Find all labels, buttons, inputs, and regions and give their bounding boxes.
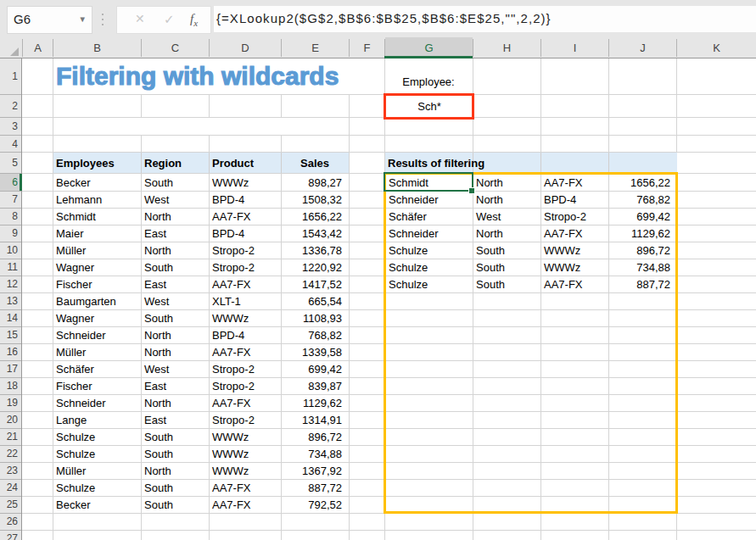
cell-B16[interactable]: Müller [56, 343, 137, 360]
name-box-dropdown-icon[interactable]: ▼ [79, 7, 87, 31]
cell-D9[interactable]: BPD-4 [212, 225, 277, 242]
results-table-header[interactable]: Results of filtering [388, 153, 484, 173]
cell-C25[interactable]: South [144, 496, 205, 513]
cell-D22[interactable]: WWWz [212, 445, 277, 462]
row-header-18[interactable]: 18 [0, 377, 18, 394]
row-header-9[interactable]: 9 [0, 225, 18, 242]
row-header-3[interactable]: 3 [0, 118, 18, 135]
cell-E17[interactable]: 699,42 [281, 360, 342, 377]
insert-function-icon[interactable]: fx [190, 7, 198, 36]
formula-input[interactable]: {=XLookup2($G$2,$B$6:$B$25,$B$6:$E$25,""… [214, 6, 756, 32]
cell-C10[interactable]: North [144, 242, 205, 259]
row-header-19[interactable]: 19 [0, 394, 18, 411]
fill-handle[interactable] [469, 188, 474, 193]
cell-D19[interactable]: AA7-FX [212, 394, 277, 411]
cell-E21[interactable]: 896,72 [281, 428, 342, 445]
cell-E25[interactable]: 792,52 [281, 496, 342, 513]
cell-C20[interactable]: East [144, 411, 205, 428]
sheet-title[interactable]: Filtering with wildcards [56, 58, 339, 94]
row-header-23[interactable]: 23 [0, 462, 18, 479]
row-header-12[interactable]: 12 [0, 276, 18, 292]
cell-D21[interactable]: WWWz [212, 428, 277, 445]
cell-B12[interactable]: Fischer [56, 276, 137, 292]
cell-D7[interactable]: BPD-4 [212, 191, 277, 208]
row-header-15[interactable]: 15 [0, 326, 18, 343]
cell-E6[interactable]: 898,27 [281, 174, 342, 191]
cell-D16[interactable]: AA7-FX [212, 343, 277, 360]
cell-B10[interactable]: Müller [56, 242, 137, 259]
row-header-25[interactable]: 25 [0, 496, 18, 513]
left-table-header-sales[interactable]: Sales [281, 153, 349, 173]
cell-C8[interactable]: North [144, 208, 205, 225]
cell-C11[interactable]: South [144, 259, 205, 276]
cell-E14[interactable]: 1108,93 [281, 309, 342, 326]
cell-D10[interactable]: Stropo-2 [212, 242, 277, 259]
cell-C7[interactable]: West [144, 191, 205, 208]
cell-D8[interactable]: AA7-FX [212, 208, 277, 225]
cell-D6[interactable]: WWWz [212, 174, 277, 191]
cell-D14[interactable]: WWWz [212, 309, 277, 326]
row-header-13[interactable]: 13 [0, 292, 18, 309]
cell-B7[interactable]: Lehmann [56, 191, 137, 208]
col-header-K[interactable]: K [677, 37, 756, 58]
col-header-I[interactable]: I [541, 37, 608, 58]
cell-D25[interactable]: AA7-FX [212, 496, 277, 513]
cell-B19[interactable]: Schneider [56, 394, 137, 411]
cell-E19[interactable]: 1129,62 [281, 394, 342, 411]
cell-D17[interactable]: Stropo-2 [212, 360, 277, 377]
cell-B18[interactable]: Fischer [56, 377, 137, 394]
cell-C6[interactable]: South [144, 174, 205, 191]
cell-C17[interactable]: West [144, 360, 205, 377]
cell-E8[interactable]: 1656,22 [281, 208, 342, 225]
row-header-22[interactable]: 22 [0, 445, 18, 462]
col-header-F[interactable]: F [350, 37, 384, 58]
formula-bar-grip[interactable] [101, 13, 104, 28]
row-header-7[interactable]: 7 [0, 191, 18, 208]
cell-E10[interactable]: 1336,78 [281, 242, 342, 259]
left-table-header-region[interactable]: Region [144, 153, 182, 173]
cell-C16[interactable]: North [144, 343, 205, 360]
cell-B15[interactable]: Schneider [56, 326, 137, 343]
col-header-G[interactable]: G [385, 37, 473, 58]
left-table-header-product[interactable]: Product [212, 153, 254, 173]
cell-D18[interactable]: Stropo-2 [212, 377, 277, 394]
row-header-26[interactable]: 26 [0, 513, 18, 530]
cell-E12[interactable]: 1417,52 [281, 276, 342, 292]
select-all-button[interactable] [0, 37, 22, 58]
cell-D20[interactable]: Stropo-2 [212, 411, 277, 428]
cell-E11[interactable]: 1220,92 [281, 259, 342, 276]
row-header-1[interactable]: 1 [0, 58, 18, 94]
row-header-6[interactable]: 6 [0, 174, 18, 191]
cell-B23[interactable]: Müller [56, 462, 137, 479]
col-header-D[interactable]: D [210, 37, 281, 58]
cell-E16[interactable]: 1339,58 [281, 343, 342, 360]
cell-D12[interactable]: AA7-FX [212, 276, 277, 292]
cell-B24[interactable]: Schulze [56, 479, 137, 496]
row-header-8[interactable]: 8 [0, 208, 18, 225]
cell-E15[interactable]: 768,82 [281, 326, 342, 343]
cell-B20[interactable]: Lange [56, 411, 137, 428]
col-header-J[interactable]: J [609, 37, 676, 58]
cell-B9[interactable]: Maier [56, 225, 137, 242]
cell-B21[interactable]: Schulze [56, 428, 137, 445]
cell-E18[interactable]: 839,87 [281, 377, 342, 394]
cell-B11[interactable]: Wagner [56, 259, 137, 276]
row-header-2[interactable]: 2 [0, 95, 18, 117]
left-table-header-employees[interactable]: Employees [56, 153, 115, 173]
cell-D15[interactable]: BPD-4 [212, 326, 277, 343]
cell-E23[interactable]: 1367,92 [281, 462, 342, 479]
cell-C19[interactable]: North [144, 394, 205, 411]
cell-C13[interactable]: West [144, 292, 205, 309]
col-header-H[interactable]: H [473, 37, 540, 58]
row-header-16[interactable]: 16 [0, 343, 18, 360]
cell-B22[interactable]: Schulze [56, 445, 137, 462]
col-header-E[interactable]: E [282, 37, 349, 58]
row-header-27[interactable]: 27 [0, 530, 18, 540]
row-header-4[interactable]: 4 [0, 136, 18, 152]
cell-C14[interactable]: South [144, 309, 205, 326]
cell-D23[interactable]: WWWz [212, 462, 277, 479]
row-header-17[interactable]: 17 [0, 360, 18, 377]
cell-B14[interactable]: Wagner [56, 309, 137, 326]
row-header-14[interactable]: 14 [0, 309, 18, 326]
cell-C23[interactable]: North [144, 462, 205, 479]
